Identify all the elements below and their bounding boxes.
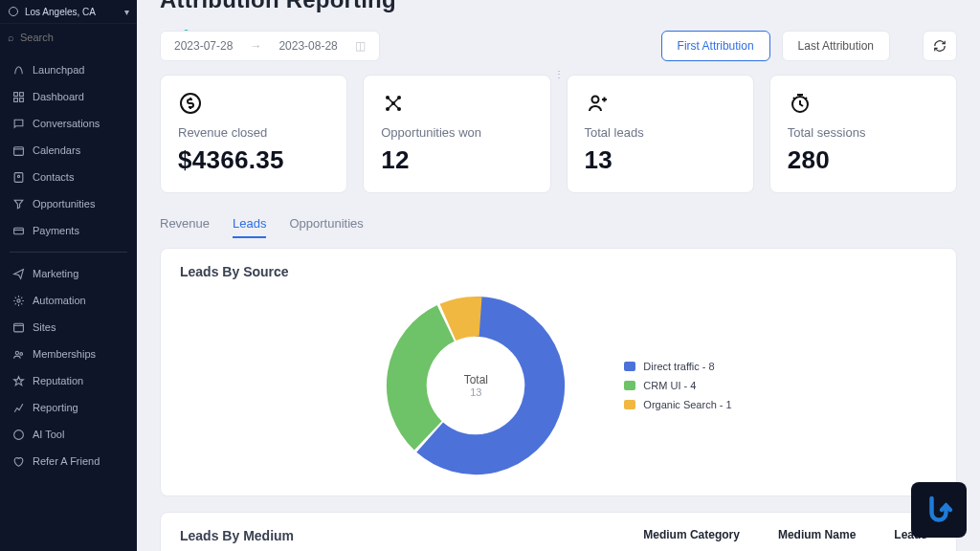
tab-opportunities[interactable]: Opportunities — [289, 210, 363, 238]
metric-icon — [381, 91, 406, 116]
panel2-title: Leads By Medium — [180, 528, 605, 543]
svg-point-13 — [13, 430, 23, 439]
metric-icon — [585, 91, 610, 116]
date-to: 2023-08-28 — [278, 39, 337, 53]
location-selector[interactable]: Los Angeles, CA ▾ — [0, 0, 137, 24]
sidebar-item-label: Reputation — [33, 375, 83, 386]
location-label: Los Angeles, CA — [25, 7, 119, 17]
legend-item[interactable]: CRM UI - 4 — [624, 380, 731, 391]
metric-cards: Revenue closed$4366.35Opportunities won1… — [160, 75, 957, 193]
sidebar-item-reputation[interactable]: Reputation — [0, 367, 137, 394]
sidebar-item-launchpad[interactable]: Launchpad — [0, 56, 137, 83]
legend-swatch — [624, 362, 635, 371]
page-title: Attribution Reporting — [160, 0, 957, 19]
sidebar-item-payments[interactable]: Payments — [0, 217, 137, 244]
sidebar-item-contacts[interactable]: Contacts — [0, 164, 137, 190]
metric-card-revenue-closed: Revenue closed$4366.35 — [160, 75, 347, 193]
sidebar-item-refer-a-friend[interactable]: Refer A Friend — [0, 448, 137, 474]
sidebar-item-opportunities[interactable]: Opportunities — [0, 190, 137, 217]
arrow-right-icon: → — [250, 39, 261, 53]
svg-point-20 — [591, 97, 598, 103]
legend-item[interactable]: Organic Search - 1 — [624, 399, 731, 410]
tab-leads[interactable]: Leads — [233, 210, 266, 238]
svg-rect-3 — [13, 98, 17, 101]
col-medium-category: Medium Category — [643, 528, 740, 541]
metric-value: 280 — [788, 145, 939, 175]
legend-label: Organic Search - 1 — [643, 399, 731, 410]
chart-icon — [11, 401, 25, 414]
search-bar[interactable]: ⌕ ctrl K — [0, 24, 137, 56]
sidebar-item-label: Opportunities — [33, 198, 95, 209]
metric-label: Total leads — [585, 125, 736, 140]
col-medium-name: Medium Name — [778, 528, 856, 541]
leads-by-source-panel: Leads By Source Total 13 Direct traffic … — [160, 248, 957, 496]
heart-icon — [11, 454, 25, 468]
brand-watermark — [911, 482, 967, 538]
metric-card-total-sessions: Total sessions280 — [769, 75, 957, 193]
sidebar-item-conversations[interactable]: Conversations — [0, 110, 137, 137]
legend-item[interactable]: Direct traffic - 8 — [624, 361, 731, 372]
metric-value: 12 — [381, 145, 532, 175]
sidebar-separator — [10, 252, 127, 253]
funnel-icon — [11, 197, 25, 210]
svg-point-9 — [16, 298, 19, 301]
date-range-picker[interactable]: 2023-07-28 → 2023-08-28 ◫ — [160, 31, 380, 61]
contact-icon — [11, 170, 25, 184]
sidebar-item-label: Refer A Friend — [33, 455, 100, 467]
svg-rect-4 — [19, 98, 23, 101]
legend-swatch — [624, 400, 635, 409]
last-attribution-button[interactable]: Last Attribution — [782, 31, 890, 61]
svg-rect-5 — [13, 146, 23, 155]
ai-icon — [11, 428, 25, 441]
site-icon — [11, 320, 25, 334]
gear-icon — [11, 294, 25, 307]
chat-icon — [11, 117, 25, 130]
sidebar-item-label: Automation — [33, 295, 86, 306]
sidebar-item-label: Memberships — [33, 348, 96, 360]
first-attribution-button[interactable]: First Attribution — [661, 31, 770, 61]
legend-label: CRM UI - 4 — [643, 380, 696, 391]
metric-value: 13 — [585, 145, 736, 175]
sidebar-item-marketing[interactable]: Marketing — [0, 260, 137, 287]
svg-rect-1 — [13, 92, 17, 96]
sidebar-item-label: Dashboard — [33, 91, 84, 102]
svg-point-0 — [10, 8, 18, 16]
leads-by-medium-panel: Leads By Medium Medium Category Medium N… — [160, 512, 957, 551]
legend-label: Direct traffic - 8 — [643, 361, 714, 372]
metric-icon — [178, 91, 203, 116]
sidebar-item-automation[interactable]: Automation — [0, 287, 137, 314]
legend-swatch — [624, 381, 635, 390]
svg-point-12 — [19, 352, 22, 355]
date-from: 2023-07-28 — [174, 39, 233, 53]
metric-icon — [788, 91, 813, 116]
sidebar-item-label: Conversations — [33, 118, 100, 129]
tab-revenue[interactable]: Revenue — [160, 210, 210, 238]
toolbar: 2023-07-28 → 2023-08-28 ◫ First Attribut… — [160, 31, 957, 61]
metric-label: Opportunities won — [381, 125, 532, 140]
star-icon — [11, 374, 25, 387]
sidebar-item-label: Contacts — [33, 171, 74, 183]
search-icon: ⌕ — [8, 32, 14, 43]
sidebar-item-calendars[interactable]: Calendars — [0, 137, 137, 164]
users-icon — [11, 347, 25, 361]
sidebar-item-dashboard[interactable]: Dashboard — [0, 83, 137, 110]
refresh-button[interactable] — [923, 31, 957, 61]
sidebar-item-memberships[interactable]: Memberships — [0, 341, 137, 367]
chart-legend: Direct traffic - 8CRM UI - 4Organic Sear… — [624, 361, 731, 410]
refresh-icon — [933, 39, 947, 53]
svg-point-7 — [17, 175, 19, 177]
main-content: Attribution Reporting 2023-07-28 → 2023-… — [137, 0, 980, 551]
sidebar-item-sites[interactable]: Sites — [0, 314, 137, 341]
sidebar-item-label: Payments — [33, 225, 79, 236]
search-input[interactable] — [20, 32, 152, 43]
metric-value: $4366.35 — [178, 145, 329, 175]
metric-card-total-leads: Total leads13 — [567, 75, 754, 193]
send-icon — [11, 267, 25, 280]
svg-rect-10 — [13, 323, 23, 332]
tabs: RevenueLeadsOpportunities — [160, 210, 957, 238]
sidebar-item-label: Sites — [33, 321, 56, 333]
sidebar-item-reporting[interactable]: Reporting — [0, 394, 137, 421]
location-icon — [8, 6, 19, 17]
sidebar-item-label: Reporting — [33, 402, 78, 413]
sidebar-item-ai-tool[interactable]: AI Tool — [0, 421, 137, 448]
